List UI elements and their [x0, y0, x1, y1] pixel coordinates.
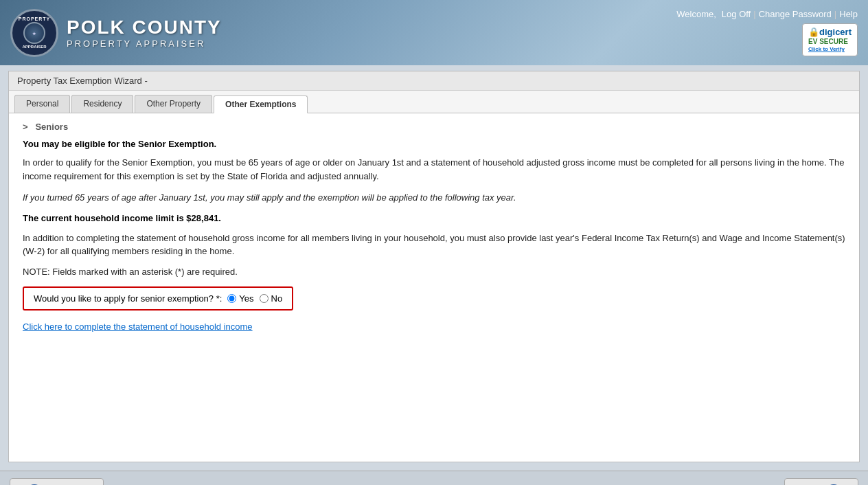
para3-text: In addition to completing the statement … — [23, 232, 845, 258]
radio-no-input[interactable] — [260, 294, 269, 303]
footer-nav: ← Previous Next → — [0, 471, 868, 485]
radio-no-label: No — [271, 293, 283, 304]
log-off-link[interactable]: Log Off — [722, 9, 751, 19]
previous-button[interactable]: ← Previous — [10, 478, 104, 485]
section-title: You may be eligible for the Senior Exemp… — [23, 139, 845, 149]
breadcrumb: > Seniors — [23, 122, 845, 132]
main-wrapper: Property Tax Exemption Wizard - Personal… — [0, 65, 868, 468]
digicert-brand: 🔒digicert — [808, 27, 852, 38]
radio-yes-input[interactable] — [227, 294, 236, 303]
content-area: > Seniors You may be eligible for the Se… — [9, 113, 859, 346]
logo-top-text: PROPERTY — [19, 16, 51, 21]
digicert-verify: Click to Verify — [808, 46, 852, 53]
digicert-text: 🔒digicert EV SECURE Click to Verify — [808, 27, 852, 52]
radio-no-option[interactable]: No — [260, 293, 283, 304]
digicert-badge[interactable]: 🔒digicert EV SECURE Click to Verify — [802, 23, 858, 56]
breadcrumb-arrow: > — [23, 122, 28, 132]
income-link-container: Click here to complete the statement of … — [23, 322, 845, 332]
nav-separator-1: | — [753, 9, 755, 19]
change-password-link[interactable]: Change Password — [759, 9, 832, 19]
appraiser-label: PROPERTY APPRAISER — [67, 38, 222, 49]
tabs-bar: Personal Residency Other Property Other … — [9, 91, 859, 113]
welcome-text: Welcome, — [676, 9, 716, 19]
para1-text: In order to qualify for the Senior Exemp… — [23, 156, 845, 183]
radio-question-label: Would you like to apply for senior exemp… — [34, 293, 222, 304]
income-statement-link[interactable]: Click here to complete the statement of … — [23, 322, 253, 332]
wizard-container: Property Tax Exemption Wizard - Personal… — [8, 71, 860, 462]
income-limit-text: The current household income limit is $2… — [23, 213, 845, 223]
tab-other-exemptions[interactable]: Other Exemptions — [214, 95, 308, 113]
wizard-title-bar: Property Tax Exemption Wizard - — [9, 71, 859, 91]
logo-seal: ★ — [23, 22, 45, 44]
wizard-title: Property Tax Exemption Wizard - — [17, 76, 148, 86]
logo-bot-text: APPRAISER — [22, 45, 46, 49]
note-text: NOTE: Fields marked with an asterisk (*)… — [23, 267, 845, 277]
logo-emblem: PROPERTY ★ APPRAISER — [10, 9, 58, 57]
header-nav: Welcome, Log Off | Change Password | Hel… — [676, 9, 858, 19]
senior-exemption-question-box: Would you like to apply for senior exemp… — [23, 286, 293, 311]
tab-other-property[interactable]: Other Property — [135, 95, 212, 113]
radio-yes-option[interactable]: Yes — [227, 293, 253, 304]
next-button[interactable]: Next → — [784, 478, 858, 485]
nav-separator-2: | — [834, 9, 836, 19]
header-right: Welcome, Log Off | Change Password | Hel… — [676, 9, 858, 56]
digicert-ev: EV SECURE — [808, 38, 852, 46]
page-header: PROPERTY ★ APPRAISER POLK COUNTY PROPERT… — [0, 0, 868, 65]
radio-yes-label: Yes — [239, 293, 253, 304]
breadcrumb-section: Seniors — [35, 122, 68, 132]
tab-personal[interactable]: Personal — [14, 95, 70, 113]
para2-italic-text: If you turned 65 years of age after Janu… — [23, 191, 845, 205]
tab-residency[interactable]: Residency — [71, 95, 133, 113]
radio-question-text: Would you like to apply for senior exemp… — [34, 293, 222, 304]
county-name: POLK COUNTY — [67, 16, 222, 38]
logo-title: POLK COUNTY PROPERTY APPRAISER — [67, 16, 222, 49]
header-left: PROPERTY ★ APPRAISER POLK COUNTY PROPERT… — [10, 9, 222, 57]
help-link[interactable]: Help — [839, 9, 858, 19]
